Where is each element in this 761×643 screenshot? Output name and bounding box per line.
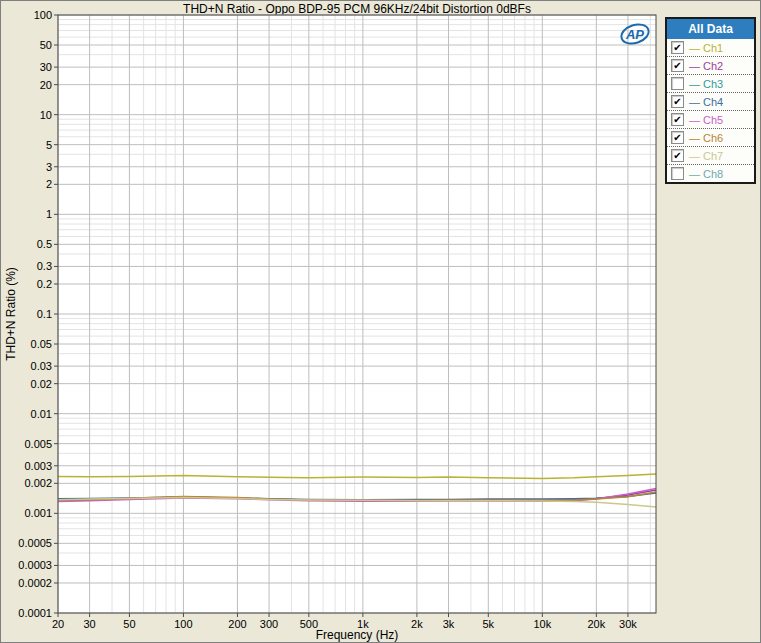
y-axis-title: THD+N Ratio (%): [4, 267, 18, 361]
line-color-swatch: —: [689, 132, 700, 144]
legend-item-label: Ch6: [703, 132, 723, 144]
ap-logo: AP: [625, 27, 644, 42]
x-tick-label: 20k: [587, 618, 605, 630]
x-tick-label: 50: [123, 618, 135, 630]
checkbox-ch2[interactable]: ✔: [671, 59, 684, 72]
y-tick-label: 0.3: [37, 260, 52, 272]
y-tick-label: 0.05: [31, 338, 52, 350]
checkbox-ch1[interactable]: ✔: [671, 41, 684, 54]
x-axis-title: Frequency (Hz): [316, 628, 399, 642]
legend-header[interactable]: All Data: [667, 19, 754, 39]
legend-item-label: Ch1: [703, 42, 723, 54]
y-tick-label: 0.03: [31, 360, 52, 372]
x-tick-label: 30k: [619, 618, 637, 630]
legend-item-label: Ch4: [703, 96, 723, 108]
y-tick-label: 2: [46, 178, 52, 190]
legend-item-label: Ch3: [703, 78, 723, 90]
y-tick-label: 10: [40, 109, 52, 121]
legend-item-ch1[interactable]: ✔—Ch1: [667, 39, 754, 56]
legend-item-ch2[interactable]: ✔—Ch2: [667, 56, 754, 74]
x-tick-label: 100: [174, 618, 192, 630]
line-color-swatch: —: [689, 60, 700, 72]
y-tick-label: 30: [40, 61, 52, 73]
legend-item-label: Ch7: [703, 150, 723, 162]
legend-item-ch3[interactable]: —Ch3: [667, 74, 754, 92]
y-tick-label: 0.0001: [18, 607, 52, 619]
y-tick-label: 1: [46, 208, 52, 220]
line-color-swatch: —: [689, 150, 700, 162]
x-tick-label: 10k: [533, 618, 551, 630]
line-color-swatch: —: [689, 96, 700, 108]
checkbox-ch5[interactable]: ✔: [671, 113, 684, 126]
legend-item-label: Ch5: [703, 114, 723, 126]
legend-item-ch8[interactable]: —Ch8: [667, 164, 754, 182]
line-color-swatch: —: [689, 114, 700, 126]
legend-rows: ✔—Ch1✔—Ch2—Ch3✔—Ch4✔—Ch5✔—Ch6✔—Ch7—Ch8: [667, 39, 754, 182]
checkbox-ch4[interactable]: ✔: [671, 95, 684, 108]
y-tick-label: 0.005: [24, 438, 52, 450]
y-tick-label: 0.01: [31, 408, 52, 420]
y-tick-label: 50: [40, 39, 52, 51]
legend-panel: All Data ✔—Ch1✔—Ch2—Ch3✔—Ch4✔—Ch5✔—Ch6✔—…: [665, 17, 756, 184]
legend-item-label: Ch2: [703, 60, 723, 72]
x-tick-label: 3k: [443, 618, 455, 630]
line-color-swatch: —: [689, 78, 700, 90]
y-tick-label: 0.0002: [18, 577, 52, 589]
legend-item-ch5[interactable]: ✔—Ch5: [667, 110, 754, 128]
y-tick-label: 0.0005: [18, 537, 52, 549]
x-tick-label: 20: [52, 618, 64, 630]
x-tick-label: 5k: [482, 618, 494, 630]
y-tick-label: 0.2: [37, 278, 52, 290]
y-tick-label: 20: [40, 79, 52, 91]
x-tick-label: 30: [83, 618, 95, 630]
legend-item-label: Ch8: [703, 168, 723, 180]
legend-item-ch7[interactable]: ✔—Ch7: [667, 146, 754, 164]
checkbox-ch7[interactable]: ✔: [671, 149, 684, 162]
legend-item-ch6[interactable]: ✔—Ch6: [667, 128, 754, 146]
y-tick-label: 0.5: [37, 238, 52, 250]
y-tick-label: 0.003: [24, 460, 52, 472]
checkbox-ch3[interactable]: [671, 77, 684, 90]
x-tick-label: 2k: [411, 618, 423, 630]
y-tick-label: 3: [46, 161, 52, 173]
graph-window: THD+N Ratio - Oppo BDP-95 PCM 96KHz/24bi…: [0, 0, 761, 643]
y-tick-label: 0.1: [37, 308, 52, 320]
x-tick-label: 200: [228, 618, 246, 630]
checkbox-ch8[interactable]: [671, 167, 684, 180]
line-color-swatch: —: [689, 168, 700, 180]
plot-canvas: 2030501002003005001k2k3k5k10k20k30k10050…: [1, 1, 761, 643]
y-tick-label: 0.02: [31, 378, 52, 390]
legend-item-ch4[interactable]: ✔—Ch4: [667, 92, 754, 110]
x-tick-label: 300: [260, 618, 278, 630]
y-tick-label: 0.002: [24, 477, 52, 489]
y-tick-label: 5: [46, 139, 52, 151]
y-tick-label: 0.0003: [18, 559, 52, 571]
checkbox-ch6[interactable]: ✔: [671, 131, 684, 144]
y-tick-label: 0.001: [24, 507, 52, 519]
y-tick-label: 100: [34, 9, 52, 21]
line-color-swatch: —: [689, 42, 700, 54]
